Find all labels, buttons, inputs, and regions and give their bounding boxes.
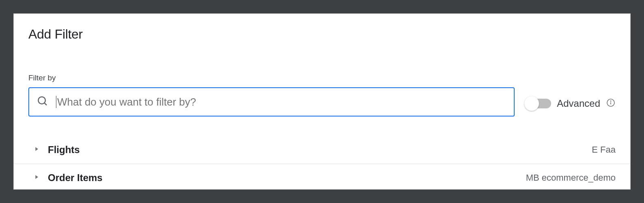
- toggle-knob: [524, 96, 539, 111]
- filter-group-row[interactable]: Order Items MB ecommerce_demo: [14, 164, 630, 190]
- advanced-label: Advanced: [557, 98, 600, 109]
- chevron-right-icon: [33, 174, 40, 182]
- filter-by-label: Filter by: [28, 73, 515, 82]
- filter-section: Filter by Advanced: [28, 73, 616, 117]
- text-cursor: [56, 96, 56, 108]
- info-icon[interactable]: [606, 98, 616, 109]
- filter-groups-list: Flights E Faa Order Items MB ecommerce_d…: [14, 136, 630, 190]
- filter-search-input[interactable]: [57, 96, 507, 108]
- dialog-title: Add Filter: [28, 27, 616, 42]
- add-filter-panel: Add Filter Filter by: [13, 13, 631, 190]
- search-icon: [36, 95, 49, 109]
- advanced-toggle[interactable]: [526, 99, 551, 108]
- filter-group-row[interactable]: Flights E Faa: [14, 136, 630, 164]
- group-name: Order Items: [48, 172, 103, 184]
- advanced-group: Advanced: [526, 98, 616, 109]
- group-source: E Faa: [592, 145, 616, 155]
- search-field-wrap[interactable]: [28, 87, 515, 117]
- group-source: MB ecommerce_demo: [526, 173, 616, 183]
- svg-line-1: [44, 103, 47, 105]
- group-name: Flights: [48, 144, 80, 155]
- svg-point-4: [610, 101, 611, 101]
- chevron-right-icon: [33, 146, 40, 154]
- svg-point-0: [38, 97, 45, 104]
